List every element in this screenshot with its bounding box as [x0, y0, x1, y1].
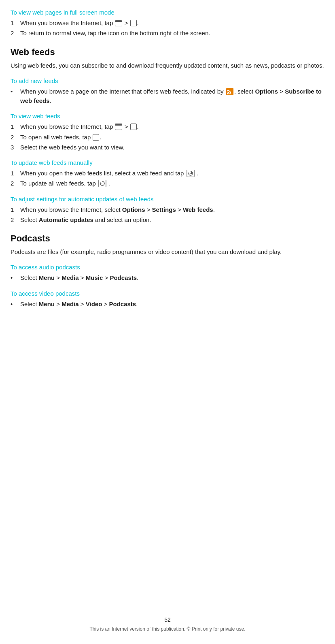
- svg-marker-3: [189, 172, 190, 173]
- adjust-feeds-list: 1 When you browse the Internet, select O…: [11, 205, 324, 225]
- rss-icon: [226, 88, 233, 95]
- update-feeds-step-2: 2 To update all web feeds, tap .: [11, 179, 324, 188]
- fullscreen-steps-list: 1 When you browse the Internet, tap > . …: [11, 18, 324, 38]
- add-feeds-heading: To add new feeds: [11, 77, 324, 84]
- update-feeds-heading: To update web feeds manually: [11, 159, 324, 166]
- view-feeds-heading: To view web feeds: [11, 113, 324, 119]
- audio-podcasts-item-1: • Select Menu > Media > Music > Podcasts…: [11, 273, 324, 282]
- update-feeds-list: 1 When you open the web feeds list, sele…: [11, 168, 324, 188]
- view-feeds-step-2: 2 To open all web feeds, tap .: [11, 132, 324, 142]
- view-feeds-step-3: 3 Select the web feeds you want to view.: [11, 143, 324, 152]
- podcasts-intro: Podcasts are files (for example, radio p…: [11, 247, 324, 256]
- audio-podcasts-list: • Select Menu > Media > Music > Podcasts…: [11, 273, 324, 282]
- page-footer: 52 This is an Internet version of this p…: [0, 616, 335, 632]
- browser-icon: [115, 20, 122, 26]
- add-feeds-item-1: • When you browse a page on the Internet…: [11, 87, 324, 106]
- update-feeds-step-1: 1 When you open the web feeds list, sele…: [11, 168, 324, 178]
- adjust-feeds-heading: To adjust settings for automatic updates…: [11, 196, 324, 203]
- video-podcasts-item-1: • Select Menu > Media > Video > Podcasts…: [11, 299, 324, 309]
- footer-text: This is an Internet version of this publ…: [0, 626, 335, 632]
- add-feeds-list: • When you browse a page on the Internet…: [11, 87, 324, 106]
- update-all-icon: [98, 180, 106, 187]
- podcasts-title: Podcasts: [11, 233, 324, 244]
- svg-rect-6: [99, 180, 106, 187]
- video-podcasts-list: • Select Menu > Media > Video > Podcasts…: [11, 299, 324, 309]
- fullscreen-step-2: 2 To return to normal view, tap the icon…: [11, 28, 324, 38]
- feeds-icon-3: [93, 134, 99, 141]
- svg-marker-7: [100, 182, 102, 183]
- fullscreen-heading: To view web pages in full screen mode: [11, 9, 324, 16]
- svg-point-1: [227, 93, 229, 94]
- svg-rect-5: [191, 172, 192, 174]
- video-podcasts-heading: To access video podcasts: [11, 290, 324, 297]
- view-feeds-step-1: 1 When you browse the Internet, tap > .: [11, 122, 324, 131]
- audio-podcasts-heading: To access audio podcasts: [11, 264, 324, 271]
- adjust-feeds-step-2: 2 Select Automatic updates and select an…: [11, 215, 324, 224]
- browser-icon-2: [115, 124, 122, 130]
- adjust-feeds-step-1: 1 When you browse the Internet, select O…: [11, 205, 324, 214]
- feeds-icon-2: [130, 124, 137, 130]
- webfeeds-title: Web feeds: [11, 47, 324, 58]
- webfeeds-intro: Using web feeds, you can subscribe to an…: [11, 61, 324, 70]
- view-feeds-list: 1 When you browse the Internet, tap > . …: [11, 122, 324, 152]
- update-icon: [187, 170, 195, 177]
- fullscreen-step-1: 1 When you browse the Internet, tap > .: [11, 18, 324, 28]
- page-content: To view web pages in full screen mode 1 …: [11, 0, 324, 309]
- feeds-icon: [130, 20, 137, 26]
- page-number: 52: [0, 616, 335, 623]
